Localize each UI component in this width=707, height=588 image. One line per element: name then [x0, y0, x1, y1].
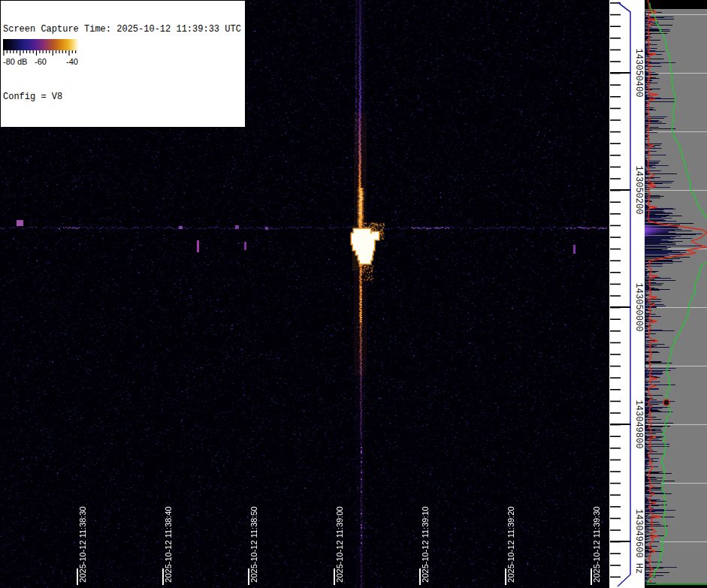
time-label: 2025-10-12 11:38:30 — [78, 506, 87, 582]
time-label: 2025-10-12 11:39:20 — [506, 506, 515, 582]
time-label: 2025-10-12 11:38:50 — [249, 506, 258, 582]
frequency-label: 143050000 — [633, 283, 644, 332]
spectrum-lab-window: Screen Capture Time: 2025-10-12 11:39:33… — [0, 0, 707, 588]
capture-time-text: Screen Capture Time: 2025-10-12 11:39:33… — [3, 24, 241, 35]
intensity-colorbar[interactable]: -80 dB -60 -40 — [3, 39, 79, 68]
frequency-label: 143050400 — [633, 49, 644, 98]
time-label: 2025-10-12 11:39:30 — [592, 506, 601, 582]
frequency-label: 143049800 — [633, 400, 644, 449]
time-label: 2025-10-12 11:39:10 — [421, 506, 430, 582]
frequency-label: 143049600 Hz — [633, 509, 644, 574]
colorbar-label-60db: -60 — [35, 57, 47, 66]
colorbar-ticks — [3, 50, 79, 56]
time-label: 2025-10-12 11:38:40 — [164, 506, 173, 582]
frequency-scale[interactable]: 1430504001430502001430500001430498001430… — [609, 0, 645, 588]
colorbar-gradient — [3, 39, 79, 50]
colorbar-labels: -80 dB -60 -40 — [3, 56, 79, 68]
spectrum-graph-panel[interactable] — [645, 0, 707, 588]
colorbar-label-80db: -80 dB — [3, 57, 27, 66]
time-label: 2025-10-12 11:39:00 — [335, 506, 344, 582]
colorbar-label-40db: -40 — [66, 57, 78, 66]
frequency-label: 143050200 — [633, 166, 644, 215]
config-text: Config = V8 — [3, 92, 241, 103]
